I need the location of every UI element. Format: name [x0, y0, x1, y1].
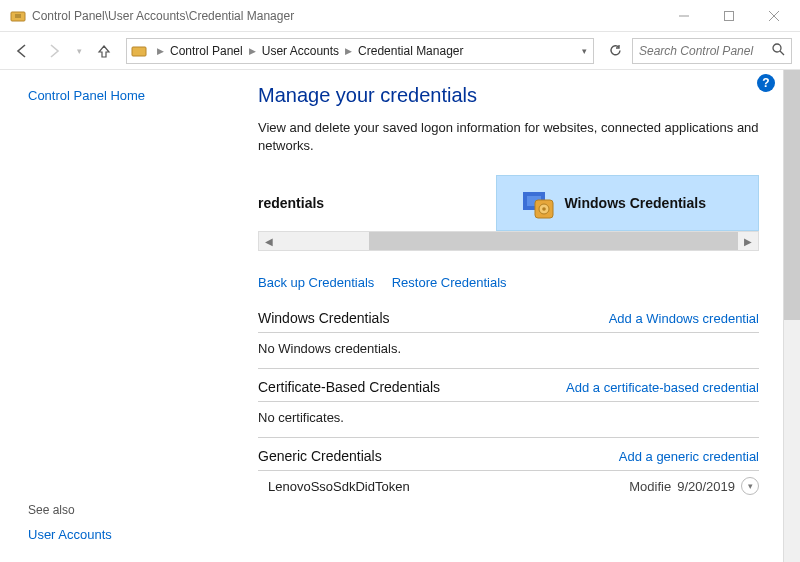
section-windows-credentials: Windows Credentials Add a Windows creden…: [258, 310, 759, 369]
section-generic-credentials: Generic Credentials Add a generic creden…: [258, 448, 759, 495]
vault-icon: [521, 186, 555, 220]
tab-windows-credentials[interactable]: Windows Credentials: [496, 175, 760, 231]
scroll-right-icon[interactable]: ▶: [738, 236, 758, 247]
section-title: Certificate-Based Credentials: [258, 379, 440, 395]
breadcrumb-item-0[interactable]: Control Panel: [170, 44, 243, 58]
scroll-left-icon[interactable]: ◀: [259, 236, 279, 247]
tab-web-label-partial: redentials: [258, 195, 324, 211]
close-button[interactable]: [751, 1, 796, 31]
tab-win-label: Windows Credentials: [565, 195, 706, 211]
section-body: No certificates.: [258, 402, 759, 438]
scroll-thumb[interactable]: [784, 70, 800, 320]
body: Control Panel Home See also User Account…: [0, 70, 800, 562]
page-description: View and delete your saved logon informa…: [258, 119, 759, 155]
breadcrumb-icon: [131, 43, 147, 59]
back-button[interactable]: [8, 37, 36, 65]
svg-rect-2: [724, 11, 733, 20]
svg-line-7: [780, 51, 784, 55]
horizontal-scrollbar[interactable]: ◀ ▶: [258, 231, 759, 251]
help-icon[interactable]: ?: [757, 74, 775, 92]
titlebar: Control Panel\User Accounts\Credential M…: [0, 0, 800, 32]
sidebar-home-link[interactable]: Control Panel Home: [28, 88, 214, 103]
add-certificate-credential-link[interactable]: Add a certificate-based credential: [566, 380, 759, 395]
add-windows-credential-link[interactable]: Add a Windows credential: [609, 311, 759, 326]
toolbar: ▾ ▶ Control Panel ▶ User Accounts ▶ Cred…: [0, 32, 800, 70]
chevron-right-icon: ▶: [249, 46, 256, 56]
section-certificate-credentials: Certificate-Based Credentials Add a cert…: [258, 379, 759, 438]
app-icon: [10, 8, 26, 24]
vertical-scrollbar[interactable]: [783, 70, 800, 562]
restore-credentials-link[interactable]: Restore Credentials: [392, 275, 507, 290]
sidebar-user-accounts-link[interactable]: User Accounts: [28, 527, 214, 542]
main-content: ? Manage your credentials View and delet…: [230, 70, 783, 562]
forward-button[interactable]: [40, 37, 68, 65]
minimize-button[interactable]: [661, 1, 706, 31]
search-icon[interactable]: [772, 43, 785, 59]
up-button[interactable]: [90, 37, 118, 65]
breadcrumb[interactable]: ▶ Control Panel ▶ User Accounts ▶ Creden…: [126, 38, 594, 64]
backup-credentials-link[interactable]: Back up Credentials: [258, 275, 374, 290]
refresh-button[interactable]: [602, 38, 628, 64]
sidebar-see-also-heading: See also: [28, 503, 214, 517]
section-title: Generic Credentials: [258, 448, 382, 464]
search-box[interactable]: [632, 38, 792, 64]
breadcrumb-item-2[interactable]: Credential Manager: [358, 44, 463, 58]
add-generic-credential-link[interactable]: Add a generic credential: [619, 449, 759, 464]
titlebar-text: Control Panel\User Accounts\Credential M…: [32, 9, 661, 23]
svg-rect-5: [132, 47, 146, 56]
credential-actions: Back up Credentials Restore Credentials: [258, 275, 759, 290]
sidebar: Control Panel Home See also User Account…: [0, 70, 230, 562]
chevron-down-icon[interactable]: ▾: [582, 46, 587, 56]
section-title: Windows Credentials: [258, 310, 390, 326]
chevron-down-icon[interactable]: ▾: [741, 477, 759, 495]
tab-web-credentials[interactable]: redentials: [258, 175, 496, 231]
credential-tabs: redentials Windows Credentials: [258, 175, 759, 231]
scroll-thumb[interactable]: [369, 232, 738, 250]
chevron-right-icon: ▶: [345, 46, 352, 56]
svg-point-12: [542, 208, 546, 212]
credential-row[interactable]: LenovoSsoSdkDidToken Modifie 9/20/2019 ▾: [258, 471, 759, 495]
maximize-button[interactable]: [706, 1, 751, 31]
section-body: No Windows credentials.: [258, 333, 759, 369]
breadcrumb-item-1[interactable]: User Accounts: [262, 44, 339, 58]
credential-name: LenovoSsoSdkDidToken: [268, 479, 410, 494]
chevron-right-icon: ▶: [157, 46, 164, 56]
svg-point-6: [773, 44, 781, 52]
page-title: Manage your credentials: [258, 84, 759, 107]
search-input[interactable]: [639, 44, 785, 58]
recent-dropdown[interactable]: ▾: [72, 37, 86, 65]
credential-modified: Modifie 9/20/2019 ▾: [629, 477, 759, 495]
